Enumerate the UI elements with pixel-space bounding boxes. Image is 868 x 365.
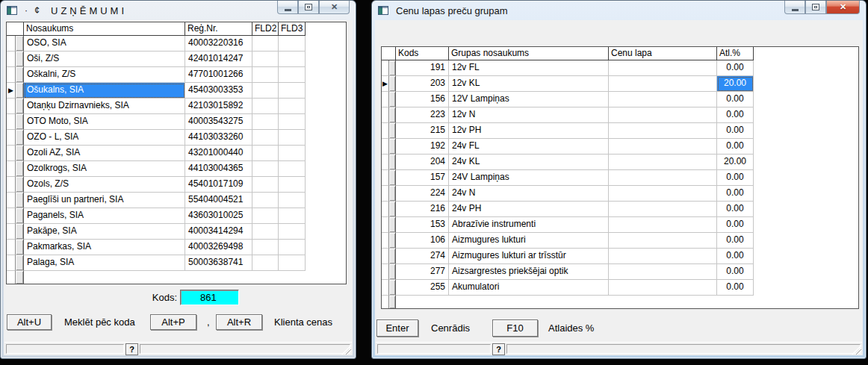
table-cell[interactable] xyxy=(609,249,717,264)
table-row[interactable]: Paeglīši un partneri, SIA55404004521 xyxy=(7,193,346,208)
table-cell[interactable] xyxy=(609,123,717,139)
table-cell[interactable] xyxy=(609,217,717,233)
table-row[interactable]: Oši, Z/S42401014247 xyxy=(7,52,346,67)
table-cell[interactable] xyxy=(252,146,279,161)
table-cell[interactable] xyxy=(609,60,717,76)
table-cell[interactable] xyxy=(252,240,279,255)
row-select-button[interactable] xyxy=(389,186,396,202)
titlebar[interactable]: · ¢ UZŅĒMUMI ✕ xyxy=(1,1,356,20)
table-cell[interactable]: 277 xyxy=(396,264,449,280)
table-cell[interactable]: Pakāpe, SIA xyxy=(24,224,185,240)
table-cell[interactable]: Ozols, Z/S xyxy=(24,177,185,193)
table-cell[interactable] xyxy=(279,224,306,240)
minimize-button[interactable] xyxy=(277,1,298,14)
row-select-button[interactable] xyxy=(16,255,24,271)
table-cell[interactable]: 44103004365 xyxy=(185,161,252,177)
column-header[interactable]: Reģ.Nr. xyxy=(185,22,252,36)
row-select-button[interactable] xyxy=(389,76,396,92)
table-cell[interactable]: 106 xyxy=(396,233,449,249)
table-cell[interactable] xyxy=(609,155,717,170)
table-cell[interactable]: 24v N xyxy=(449,186,609,202)
row-select-button[interactable] xyxy=(389,60,396,76)
table-cell[interactable]: OSO, SIA xyxy=(24,36,185,52)
table-cell[interactable]: Otaņķu Dzirnavnieks, SIA xyxy=(24,99,185,114)
table-cell[interactable]: 0.00 xyxy=(717,139,754,155)
table-cell[interactable]: 224 xyxy=(396,186,449,202)
table-cell[interactable] xyxy=(279,67,306,83)
table-cell[interactable]: 0.00 xyxy=(717,123,754,139)
f10-button[interactable]: F10 xyxy=(492,319,538,337)
table-cell[interactable]: 40003269498 xyxy=(185,240,252,255)
table-row[interactable]: Ozoli AZ, SIA43201000440 xyxy=(7,146,346,161)
table-row[interactable]: ▶20312v KL20.00 xyxy=(382,76,858,92)
table-row[interactable]: 19112v FL0.00 xyxy=(382,60,858,76)
row-select-button[interactable] xyxy=(16,146,24,161)
row-select-button[interactable] xyxy=(16,36,24,52)
table-row[interactable]: 274Aizmugures lukturi ar trīsstūr0.00 xyxy=(382,249,858,264)
table-cell[interactable] xyxy=(609,186,717,202)
table-cell[interactable]: 156 xyxy=(396,92,449,107)
column-header[interactable]: Cenu lapa xyxy=(609,47,717,60)
row-select-button[interactable] xyxy=(389,139,396,155)
table-row[interactable]: 21624v PH0.00 xyxy=(382,202,858,217)
column-header[interactable]: Kods xyxy=(396,47,449,60)
table-row[interactable]: Paganels, SIA43603010025 xyxy=(7,208,346,224)
table-cell[interactable] xyxy=(279,130,306,146)
row-select-button[interactable] xyxy=(389,123,396,139)
table-cell[interactable] xyxy=(609,170,717,186)
table-cell[interactable]: 216 xyxy=(396,202,449,217)
table-cell[interactable]: 0.00 xyxy=(717,202,754,217)
row-select-button[interactable] xyxy=(389,217,396,233)
table-row[interactable]: 15612V Lampiņas0.00 xyxy=(382,92,858,107)
table-cell[interactable]: OTO Moto, SIA xyxy=(24,114,185,130)
row-select-button[interactable] xyxy=(389,280,396,296)
table-cell[interactable] xyxy=(609,76,717,92)
table-cell[interactable] xyxy=(252,99,279,114)
table-cell[interactable]: 47701001266 xyxy=(185,67,252,83)
alt-p-button[interactable]: Alt+P xyxy=(150,314,196,330)
table-cell[interactable] xyxy=(252,83,279,99)
table-cell[interactable] xyxy=(279,36,306,52)
table-cell[interactable]: Abrazīvie instrumenti xyxy=(449,217,609,233)
table-cell[interactable]: 40003220316 xyxy=(185,36,252,52)
column-header[interactable]: FLD2 xyxy=(252,22,279,36)
table-row[interactable]: 19224v FL0.00 xyxy=(382,139,858,155)
table-cell[interactable]: 45401017109 xyxy=(185,177,252,193)
table-row[interactable]: Ozolkrogs, SIA44103004365 xyxy=(7,161,346,177)
table-row[interactable]: Pakāpe, SIA40003414294 xyxy=(7,224,346,240)
table-cell[interactable]: 255 xyxy=(396,280,449,296)
table-cell[interactable]: 44103033260 xyxy=(185,130,252,146)
table-cell[interactable]: 20.00 xyxy=(717,76,754,92)
row-select-button[interactable] xyxy=(389,170,396,186)
table-row[interactable]: OTO Moto, SIA40003543275 xyxy=(7,114,346,130)
row-select-button[interactable] xyxy=(389,249,396,264)
table-row[interactable]: 15724V Lampiņas0.00 xyxy=(382,170,858,186)
table-cell[interactable]: 203 xyxy=(396,76,449,92)
column-header[interactable]: Grupas nosaukums xyxy=(449,47,609,60)
row-select-button[interactable] xyxy=(16,240,24,255)
table-cell[interactable]: 0.00 xyxy=(717,92,754,107)
table-row[interactable]: 277Aizsargrestes priekšējai optik0.00 xyxy=(382,264,858,280)
close-button[interactable]: ✕ xyxy=(319,1,350,14)
table-cell[interactable]: Pakmarkas, SIA xyxy=(24,240,185,255)
table-cell[interactable]: 42401014247 xyxy=(185,52,252,67)
row-select-button[interactable] xyxy=(16,161,24,177)
table-cell[interactable]: 12v N xyxy=(449,107,609,123)
table-row[interactable]: Pakmarkas, SIA40003269498 xyxy=(7,240,346,255)
maximize-button[interactable] xyxy=(298,1,319,14)
table-cell[interactable]: 12v FL xyxy=(449,60,609,76)
table-cell[interactable]: 215 xyxy=(396,123,449,139)
table-cell[interactable] xyxy=(609,202,717,217)
table-cell[interactable]: 24v FL xyxy=(449,139,609,155)
table-cell[interactable]: 42103015892 xyxy=(185,99,252,114)
table-cell[interactable]: 45403003353 xyxy=(185,83,252,99)
table-cell[interactable] xyxy=(609,139,717,155)
table-cell[interactable] xyxy=(609,107,717,123)
table-cell[interactable] xyxy=(252,36,279,52)
table-cell[interactable]: 43603010025 xyxy=(185,208,252,224)
table-cell[interactable]: Akumulatori xyxy=(449,280,609,296)
row-select-button[interactable] xyxy=(16,193,24,208)
help-button[interactable]: ? xyxy=(125,343,138,355)
table-row[interactable]: 22312v N0.00 xyxy=(382,107,858,123)
table-cell[interactable]: 50003638741 xyxy=(185,255,252,271)
